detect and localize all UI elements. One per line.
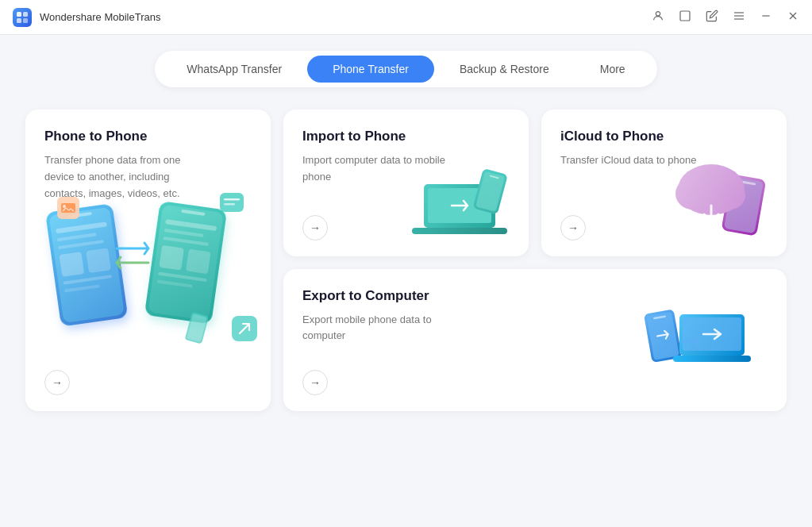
- svg-rect-18: [60, 252, 85, 277]
- app-title: Wondershare MobileTrans: [40, 11, 160, 23]
- phone-to-phone-illustration: [37, 189, 259, 364]
- svg-rect-28: [159, 245, 184, 271]
- import-illustration: [408, 148, 519, 247]
- svg-rect-2: [17, 18, 21, 23]
- titlebar-controls: [652, 10, 799, 25]
- minimize-icon[interactable]: [760, 10, 772, 25]
- tab-phone-transfer[interactable]: Phone Transfer: [307, 56, 434, 83]
- icloud-illustration: [664, 142, 779, 248]
- tab-whatsapp[interactable]: WhatsApp Transfer: [161, 56, 307, 83]
- card-import-arrow[interactable]: →: [302, 215, 328, 240]
- svg-rect-35: [220, 193, 244, 212]
- svg-rect-5: [680, 11, 690, 21]
- svg-rect-45: [475, 171, 505, 211]
- svg-point-4: [656, 12, 660, 16]
- card-phone-to-phone[interactable]: Phone to Phone Transfer phone data from …: [25, 110, 271, 411]
- card-icloud-arrow[interactable]: →: [560, 215, 586, 240]
- tab-backup-restore[interactable]: Backup & Restore: [434, 56, 575, 83]
- main-content: WhatsApp Transfer Phone Transfer Backup …: [0, 35, 812, 527]
- card-import-to-phone[interactable]: Import to Phone Import computer data to …: [283, 110, 529, 256]
- svg-rect-37: [224, 203, 235, 206]
- titlebar: Wondershare MobileTrans: [0, 0, 812, 35]
- svg-rect-43: [412, 228, 507, 234]
- card-export-to-computer[interactable]: Export to Computer Export mobile phone d…: [283, 269, 787, 412]
- svg-point-34: [63, 205, 66, 208]
- card-export-desc: Export mobile phone data to computer: [302, 312, 445, 345]
- nav-tabs: WhatsApp Transfer Phone Transfer Backup …: [155, 51, 656, 87]
- card-phone-to-phone-title: Phone to Phone: [44, 129, 252, 144]
- svg-point-52: [714, 181, 745, 210]
- svg-rect-36: [224, 198, 240, 201]
- cards-grid: Phone to Phone Transfer phone data from …: [25, 110, 787, 411]
- window-icon[interactable]: [679, 10, 691, 25]
- titlebar-left: Wondershare MobileTrans: [13, 8, 160, 27]
- menu-icon[interactable]: [733, 10, 745, 25]
- close-icon[interactable]: [787, 10, 799, 25]
- svg-rect-1: [23, 12, 28, 17]
- tab-more[interactable]: More: [575, 56, 651, 83]
- svg-rect-58: [673, 356, 751, 362]
- card-export-arrow[interactable]: →: [302, 370, 328, 395]
- edit-icon[interactable]: [706, 10, 718, 25]
- svg-rect-29: [186, 249, 211, 275]
- person-icon[interactable]: [652, 10, 664, 25]
- export-illustration: [628, 290, 755, 405]
- svg-rect-19: [86, 248, 111, 273]
- app-icon: [13, 8, 32, 27]
- card-phone-to-phone-arrow[interactable]: →: [44, 370, 70, 395]
- svg-rect-3: [23, 18, 28, 23]
- card-import-title: Import to Phone: [302, 129, 510, 144]
- svg-rect-0: [17, 12, 21, 17]
- svg-point-51: [675, 178, 710, 210]
- card-icloud-to-phone[interactable]: iCloud to Phone Transfer iCloud data to …: [541, 110, 787, 256]
